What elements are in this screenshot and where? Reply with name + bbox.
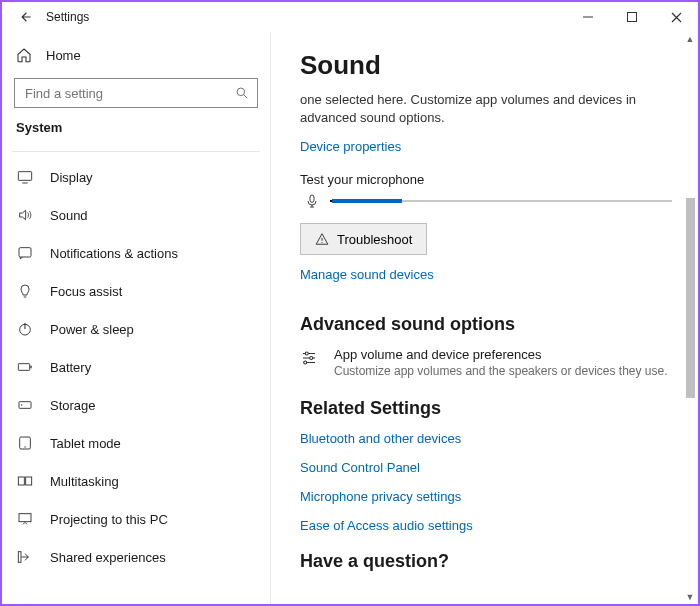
svg-rect-10 bbox=[30, 366, 31, 369]
nav-multitasking[interactable]: Multitasking bbox=[12, 462, 260, 500]
nav-notifications[interactable]: Notifications & actions bbox=[12, 234, 260, 272]
settings-window: Settings Home bbox=[0, 0, 700, 606]
shared-icon bbox=[16, 549, 34, 565]
nav-label: Storage bbox=[50, 398, 96, 413]
nav-power-sleep[interactable]: Power & sleep bbox=[12, 310, 260, 348]
maximize-button[interactable] bbox=[610, 2, 654, 32]
nav-label: Display bbox=[50, 170, 93, 185]
nav-storage[interactable]: Storage bbox=[12, 386, 260, 424]
svg-rect-1 bbox=[628, 13, 637, 22]
svg-rect-16 bbox=[26, 477, 32, 485]
page-description: one selected here. Customize app volumes… bbox=[300, 91, 672, 127]
nav-label: Battery bbox=[50, 360, 91, 375]
nav-label: Power & sleep bbox=[50, 322, 134, 337]
mic-level-row bbox=[300, 191, 672, 211]
svg-rect-15 bbox=[18, 477, 24, 485]
home-nav[interactable]: Home bbox=[12, 38, 260, 72]
svg-point-27 bbox=[304, 361, 307, 364]
svg-rect-6 bbox=[19, 248, 31, 257]
sidebar: Home System Display Sound Notifications bbox=[2, 32, 270, 604]
scrollbar[interactable]: ▲ ▼ bbox=[684, 32, 696, 604]
minimize-icon bbox=[583, 12, 593, 22]
storage-icon bbox=[16, 397, 34, 413]
nav-sound[interactable]: Sound bbox=[12, 196, 260, 234]
svg-rect-19 bbox=[310, 195, 314, 202]
nav-label: Multitasking bbox=[50, 474, 119, 489]
manage-sound-devices-link[interactable]: Manage sound devices bbox=[300, 267, 434, 282]
nav-projecting[interactable]: Projecting to this PC bbox=[12, 500, 260, 538]
nav-focus-assist[interactable]: Focus assist bbox=[12, 272, 260, 310]
window-title: Settings bbox=[46, 10, 566, 24]
related-header: Related Settings bbox=[300, 398, 672, 419]
nav-label: Shared experiences bbox=[50, 550, 166, 565]
svg-rect-17 bbox=[19, 514, 31, 522]
related-link-ease-of-access[interactable]: Ease of Access audio settings bbox=[300, 518, 672, 533]
svg-point-2 bbox=[237, 88, 245, 96]
nav-label: Notifications & actions bbox=[50, 246, 178, 261]
projecting-icon bbox=[16, 511, 34, 527]
back-button[interactable] bbox=[10, 2, 42, 32]
scroll-down-arrow-icon[interactable]: ▼ bbox=[684, 590, 696, 604]
divider bbox=[12, 151, 260, 152]
nav-battery[interactable]: Battery bbox=[12, 348, 260, 386]
focus-assist-icon bbox=[16, 283, 34, 299]
page-title: Sound bbox=[300, 50, 672, 81]
device-properties-link[interactable]: Device properties bbox=[300, 139, 401, 154]
svg-point-25 bbox=[305, 352, 308, 355]
svg-point-14 bbox=[24, 446, 25, 447]
section-title: System bbox=[12, 120, 260, 149]
content-pane: Sound one selected here. Customize app v… bbox=[270, 32, 698, 604]
svg-point-26 bbox=[310, 357, 313, 360]
mic-level-bar bbox=[330, 200, 672, 202]
back-arrow-icon bbox=[19, 10, 33, 24]
nav-shared-experiences[interactable]: Shared experiences bbox=[12, 538, 260, 576]
svg-line-3 bbox=[244, 95, 248, 99]
tablet-icon bbox=[16, 435, 34, 451]
search-input[interactable] bbox=[23, 85, 235, 102]
troubleshoot-label: Troubleshoot bbox=[337, 232, 412, 247]
search-box[interactable] bbox=[14, 78, 258, 108]
svg-rect-9 bbox=[18, 364, 29, 371]
svg-rect-4 bbox=[18, 172, 31, 181]
related-link-sound-control-panel[interactable]: Sound Control Panel bbox=[300, 460, 672, 475]
home-label: Home bbox=[46, 48, 81, 63]
multitasking-icon bbox=[16, 473, 34, 489]
nav-label: Projecting to this PC bbox=[50, 512, 168, 527]
display-icon bbox=[16, 169, 34, 185]
close-icon bbox=[671, 12, 682, 23]
app-volume-title: App volume and device preferences bbox=[334, 347, 668, 362]
microphone-icon bbox=[304, 191, 320, 211]
maximize-icon bbox=[627, 12, 637, 22]
mic-level-fill bbox=[332, 199, 402, 203]
nav-label: Focus assist bbox=[50, 284, 122, 299]
svg-point-21 bbox=[321, 242, 322, 243]
titlebar: Settings bbox=[2, 2, 698, 32]
scroll-up-arrow-icon[interactable]: ▲ bbox=[684, 32, 696, 46]
nav-tablet-mode[interactable]: Tablet mode bbox=[12, 424, 260, 462]
close-button[interactable] bbox=[654, 2, 698, 32]
scroll-track[interactable] bbox=[684, 48, 696, 588]
home-icon bbox=[16, 47, 32, 63]
svg-point-12 bbox=[21, 404, 22, 405]
warning-icon bbox=[315, 232, 329, 246]
advanced-header: Advanced sound options bbox=[300, 314, 672, 335]
nav-label: Tablet mode bbox=[50, 436, 121, 451]
app-volume-desc: Customize app volumes and the speakers o… bbox=[334, 364, 668, 378]
scroll-thumb[interactable] bbox=[686, 198, 695, 398]
question-header: Have a question? bbox=[300, 551, 672, 572]
minimize-button[interactable] bbox=[566, 2, 610, 32]
svg-rect-11 bbox=[19, 402, 31, 409]
sliders-icon bbox=[300, 347, 320, 378]
search-icon bbox=[235, 86, 249, 100]
app-volume-option[interactable]: App volume and device preferences Custom… bbox=[300, 347, 672, 378]
test-mic-label: Test your microphone bbox=[300, 172, 672, 187]
related-link-mic-privacy[interactable]: Microphone privacy settings bbox=[300, 489, 672, 504]
troubleshoot-button[interactable]: Troubleshoot bbox=[300, 223, 427, 255]
battery-icon bbox=[16, 359, 34, 375]
svg-rect-0 bbox=[583, 17, 593, 18]
related-link-bluetooth[interactable]: Bluetooth and other devices bbox=[300, 431, 672, 446]
svg-rect-18 bbox=[18, 552, 21, 563]
nav-label: Sound bbox=[50, 208, 88, 223]
nav-display[interactable]: Display bbox=[12, 158, 260, 196]
power-icon bbox=[16, 321, 34, 337]
